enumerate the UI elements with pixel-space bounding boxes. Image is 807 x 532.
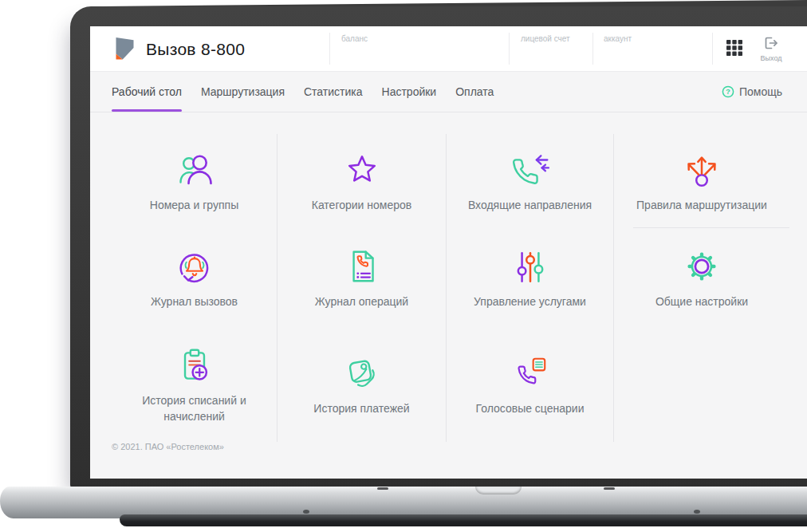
header-divider — [509, 33, 510, 65]
tile-routing-rules[interactable]: Правила маршрутизации — [614, 134, 789, 228]
svg-text:?: ? — [726, 87, 730, 96]
tile-label: Голосовые сценарии — [476, 400, 585, 416]
personal-account-label: лицевой счет — [521, 34, 570, 43]
help-button[interactable]: ? Помощь — [722, 85, 782, 98]
tile-label: Управление услугами — [474, 294, 586, 309]
tile-label: Журнал операций — [315, 294, 408, 309]
tile-label: Общие настройки — [655, 294, 748, 309]
brand[interactable]: Вызов 8-800 — [112, 33, 245, 65]
laptop-base — [0, 487, 807, 518]
gear-icon — [682, 246, 722, 286]
dashboard-grid: Номера и группы Категории номеров — [112, 134, 789, 442]
balance-label: баланс — [341, 34, 368, 43]
logout-icon — [763, 36, 779, 50]
tab-routing[interactable]: Маршрутизация — [201, 72, 285, 112]
app-header: Вызов 8-800 баланс лицевой счет аккаунт — [90, 26, 807, 72]
laptop-lid-notch — [475, 487, 522, 495]
question-circle-icon: ? — [722, 85, 734, 98]
tile-label: Правила маршрутизации — [636, 197, 767, 213]
hinge-mark — [604, 487, 615, 490]
hinge-mark — [377, 487, 388, 490]
apps-grid-icon[interactable] — [726, 39, 745, 58]
route-split-icon — [682, 150, 722, 190]
main-nav: Рабочий стол Маршрутизация Статистика На… — [90, 72, 807, 112]
phone-incoming-icon — [510, 150, 550, 190]
tile-label: Журнал вызовов — [151, 294, 238, 309]
app-title: Вызов 8-800 — [146, 40, 245, 59]
tile-charges-history[interactable]: История списаний и начислений — [112, 328, 278, 442]
copyright: © 2021. ПАО «Ростелеком» — [112, 442, 224, 451]
rostelecom-logo-icon — [112, 35, 137, 64]
laptop-mockup: Вызов 8-800 баланс лицевой счет аккаунт — [0, 0, 807, 532]
voice-script-icon — [510, 353, 550, 393]
logout-label: Выход — [752, 54, 790, 62]
tile-general-settings[interactable]: Общие настройки — [614, 228, 789, 328]
header-divider — [592, 33, 593, 65]
logout-button[interactable]: Выход — [752, 36, 790, 62]
operations-doc-icon — [342, 246, 382, 286]
call-log-icon — [175, 246, 215, 286]
tab-desktop[interactable]: Рабочий стол — [112, 72, 182, 112]
tile-label: Номера и группы — [150, 197, 238, 213]
app-screen: Вызов 8-800 баланс лицевой счет аккаунт — [90, 26, 807, 479]
tab-settings[interactable]: Настройки — [382, 72, 437, 112]
laptop-foot — [303, 510, 309, 514]
wallet-icon — [342, 353, 382, 393]
clipboard-plus-icon — [175, 345, 215, 385]
laptop-base-edge — [120, 514, 807, 526]
header-divider — [329, 33, 330, 65]
tile-call-log[interactable]: Журнал вызовов — [112, 228, 278, 328]
header-divider — [712, 33, 713, 65]
empty-cell — [614, 328, 789, 442]
tile-label: Входящие направления — [468, 197, 592, 213]
help-label: Помощь — [739, 85, 782, 98]
tile-service-management[interactable]: Управление услугами — [447, 228, 614, 328]
account-label: аккаунт — [604, 34, 632, 43]
tile-payment-history[interactable]: История платежей — [278, 328, 447, 442]
tile-label: История списаний и начислений — [126, 392, 263, 424]
tile-incoming-directions[interactable]: Входящие направления — [447, 134, 614, 228]
tile-label: Категории номеров — [312, 197, 412, 213]
users-icon — [174, 150, 215, 190]
star-icon — [342, 150, 382, 190]
sliders-icon — [510, 246, 550, 286]
tile-number-categories[interactable]: Категории номеров — [278, 134, 447, 228]
tile-operations-log[interactable]: Журнал операций — [278, 228, 447, 328]
tile-numbers-groups[interactable]: Номера и группы — [112, 134, 278, 228]
tile-voice-scenarios[interactable]: Голосовые сценарии — [447, 328, 614, 442]
tab-payment[interactable]: Оплата — [455, 72, 494, 112]
tile-label: История платежей — [313, 400, 409, 416]
tab-statistics[interactable]: Статистика — [304, 72, 363, 112]
laptop-foot — [694, 510, 700, 514]
